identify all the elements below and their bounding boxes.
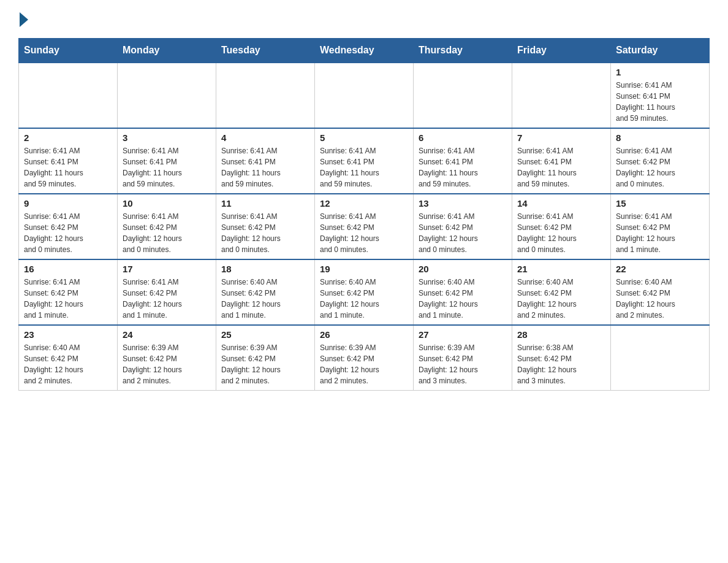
calendar-cell: 19Sunrise: 6:40 AM Sunset: 6:42 PM Dayli…: [315, 259, 414, 325]
calendar-cell: 3Sunrise: 6:41 AM Sunset: 6:41 PM Daylig…: [118, 128, 216, 194]
day-info: Sunrise: 6:39 AM Sunset: 6:42 PM Dayligh…: [320, 342, 408, 386]
day-number: 22: [616, 264, 704, 274]
day-info: Sunrise: 6:41 AM Sunset: 6:42 PM Dayligh…: [320, 211, 408, 255]
calendar-cell: 22Sunrise: 6:40 AM Sunset: 6:42 PM Dayli…: [611, 259, 710, 325]
day-info: Sunrise: 6:41 AM Sunset: 6:42 PM Dayligh…: [24, 277, 112, 321]
calendar-cell: 16Sunrise: 6:41 AM Sunset: 6:42 PM Dayli…: [19, 259, 118, 325]
day-info: Sunrise: 6:41 AM Sunset: 6:42 PM Dayligh…: [517, 211, 605, 255]
calendar-cell: [414, 63, 512, 128]
calendar-cell: 15Sunrise: 6:41 AM Sunset: 6:42 PM Dayli…: [611, 194, 710, 259]
weekday-header-saturday: Saturday: [611, 39, 710, 63]
day-info: Sunrise: 6:41 AM Sunset: 6:41 PM Dayligh…: [616, 80, 704, 124]
day-number: 6: [419, 132, 507, 143]
calendar-cell: 9Sunrise: 6:41 AM Sunset: 6:42 PM Daylig…: [19, 194, 118, 259]
calendar-cell: 6Sunrise: 6:41 AM Sunset: 6:41 PM Daylig…: [414, 128, 512, 194]
day-number: 3: [123, 132, 211, 143]
day-number: 10: [123, 198, 211, 209]
logo-arrow-icon: [20, 12, 28, 27]
day-info: Sunrise: 6:39 AM Sunset: 6:42 PM Dayligh…: [123, 342, 211, 386]
calendar-cell: 26Sunrise: 6:39 AM Sunset: 6:42 PM Dayli…: [315, 325, 414, 391]
day-info: Sunrise: 6:41 AM Sunset: 6:41 PM Dayligh…: [320, 145, 408, 190]
day-info: Sunrise: 6:40 AM Sunset: 6:42 PM Dayligh…: [419, 277, 507, 321]
calendar-cell: 2Sunrise: 6:41 AM Sunset: 6:41 PM Daylig…: [19, 128, 118, 194]
day-number: 5: [320, 132, 408, 143]
calendar-cell: 10Sunrise: 6:41 AM Sunset: 6:42 PM Dayli…: [118, 194, 216, 259]
day-number: 8: [616, 132, 704, 143]
day-info: Sunrise: 6:41 AM Sunset: 6:42 PM Dayligh…: [419, 211, 507, 255]
day-info: Sunrise: 6:41 AM Sunset: 6:42 PM Dayligh…: [221, 211, 309, 255]
calendar-cell: 5Sunrise: 6:41 AM Sunset: 6:41 PM Daylig…: [315, 128, 414, 194]
calendar-cell: 28Sunrise: 6:38 AM Sunset: 6:42 PM Dayli…: [512, 325, 611, 391]
day-number: 13: [419, 198, 507, 209]
day-info: Sunrise: 6:40 AM Sunset: 6:42 PM Dayligh…: [24, 342, 112, 386]
day-info: Sunrise: 6:41 AM Sunset: 6:41 PM Dayligh…: [24, 145, 112, 190]
calendar-table: SundayMondayTuesdayWednesdayThursdayFrid…: [18, 38, 710, 391]
day-info: Sunrise: 6:39 AM Sunset: 6:42 PM Dayligh…: [221, 342, 309, 386]
day-number: 18: [221, 264, 309, 274]
day-info: Sunrise: 6:40 AM Sunset: 6:42 PM Dayligh…: [517, 277, 605, 321]
calendar-cell: 14Sunrise: 6:41 AM Sunset: 6:42 PM Dayli…: [512, 194, 611, 259]
calendar-cell: [118, 63, 216, 128]
weekday-header-friday: Friday: [512, 39, 611, 63]
day-number: 14: [517, 198, 605, 209]
day-info: Sunrise: 6:41 AM Sunset: 6:41 PM Dayligh…: [123, 145, 211, 190]
day-number: 19: [320, 264, 408, 274]
day-number: 11: [221, 198, 309, 209]
day-number: 16: [24, 264, 112, 274]
calendar-cell: [216, 63, 315, 128]
day-number: 24: [123, 329, 211, 340]
calendar-cell: 20Sunrise: 6:40 AM Sunset: 6:42 PM Dayli…: [414, 259, 512, 325]
calendar-cell: 18Sunrise: 6:40 AM Sunset: 6:42 PM Dayli…: [216, 259, 315, 325]
day-number: 4: [221, 132, 309, 143]
weekday-header-thursday: Thursday: [414, 39, 512, 63]
week-row-2: 2Sunrise: 6:41 AM Sunset: 6:41 PM Daylig…: [19, 128, 710, 194]
calendar-cell: [19, 63, 118, 128]
weekday-header-row: SundayMondayTuesdayWednesdayThursdayFrid…: [19, 39, 710, 63]
calendar-cell: 11Sunrise: 6:41 AM Sunset: 6:42 PM Dayli…: [216, 194, 315, 259]
day-info: Sunrise: 6:41 AM Sunset: 6:41 PM Dayligh…: [517, 145, 605, 190]
week-row-4: 16Sunrise: 6:41 AM Sunset: 6:42 PM Dayli…: [19, 259, 710, 325]
weekday-header-wednesday: Wednesday: [315, 39, 414, 63]
day-info: Sunrise: 6:41 AM Sunset: 6:42 PM Dayligh…: [123, 277, 211, 321]
calendar-cell: 1Sunrise: 6:41 AM Sunset: 6:41 PM Daylig…: [611, 63, 710, 128]
calendar-cell: [611, 325, 710, 391]
day-number: 23: [24, 329, 112, 340]
calendar-cell: 8Sunrise: 6:41 AM Sunset: 6:42 PM Daylig…: [611, 128, 710, 194]
day-number: 1: [616, 67, 704, 77]
calendar-cell: 27Sunrise: 6:39 AM Sunset: 6:42 PM Dayli…: [414, 325, 512, 391]
day-number: 2: [24, 132, 112, 143]
calendar-cell: 12Sunrise: 6:41 AM Sunset: 6:42 PM Dayli…: [315, 194, 414, 259]
logo: [18, 12, 28, 26]
calendar-cell: 13Sunrise: 6:41 AM Sunset: 6:42 PM Dayli…: [414, 194, 512, 259]
calendar-cell: 25Sunrise: 6:39 AM Sunset: 6:42 PM Dayli…: [216, 325, 315, 391]
day-number: 15: [616, 198, 704, 209]
day-info: Sunrise: 6:40 AM Sunset: 6:42 PM Dayligh…: [616, 277, 704, 321]
calendar-cell: 4Sunrise: 6:41 AM Sunset: 6:41 PM Daylig…: [216, 128, 315, 194]
day-info: Sunrise: 6:39 AM Sunset: 6:42 PM Dayligh…: [419, 342, 507, 386]
day-number: 12: [320, 198, 408, 209]
day-info: Sunrise: 6:40 AM Sunset: 6:42 PM Dayligh…: [320, 277, 408, 321]
calendar-cell: 21Sunrise: 6:40 AM Sunset: 6:42 PM Dayli…: [512, 259, 611, 325]
calendar-cell: [315, 63, 414, 128]
logo-general-text: [18, 12, 28, 26]
week-row-1: 1Sunrise: 6:41 AM Sunset: 6:41 PM Daylig…: [19, 63, 710, 128]
day-info: Sunrise: 6:38 AM Sunset: 6:42 PM Dayligh…: [517, 342, 605, 386]
day-info: Sunrise: 6:41 AM Sunset: 6:42 PM Dayligh…: [616, 211, 704, 255]
calendar-cell: 24Sunrise: 6:39 AM Sunset: 6:42 PM Dayli…: [118, 325, 216, 391]
week-row-3: 9Sunrise: 6:41 AM Sunset: 6:42 PM Daylig…: [19, 194, 710, 259]
day-info: Sunrise: 6:41 AM Sunset: 6:42 PM Dayligh…: [616, 145, 704, 190]
day-number: 21: [517, 264, 605, 274]
day-info: Sunrise: 6:41 AM Sunset: 6:42 PM Dayligh…: [24, 211, 112, 255]
weekday-header-monday: Monday: [118, 39, 216, 63]
day-number: 9: [24, 198, 112, 209]
day-number: 26: [320, 329, 408, 340]
day-info: Sunrise: 6:41 AM Sunset: 6:42 PM Dayligh…: [123, 211, 211, 255]
day-number: 17: [123, 264, 211, 274]
day-info: Sunrise: 6:40 AM Sunset: 6:42 PM Dayligh…: [221, 277, 309, 321]
day-number: 7: [517, 132, 605, 143]
day-number: 27: [419, 329, 507, 340]
weekday-header-tuesday: Tuesday: [216, 39, 315, 63]
day-number: 25: [221, 329, 309, 340]
page-header: [18, 12, 710, 26]
calendar-cell: 23Sunrise: 6:40 AM Sunset: 6:42 PM Dayli…: [19, 325, 118, 391]
